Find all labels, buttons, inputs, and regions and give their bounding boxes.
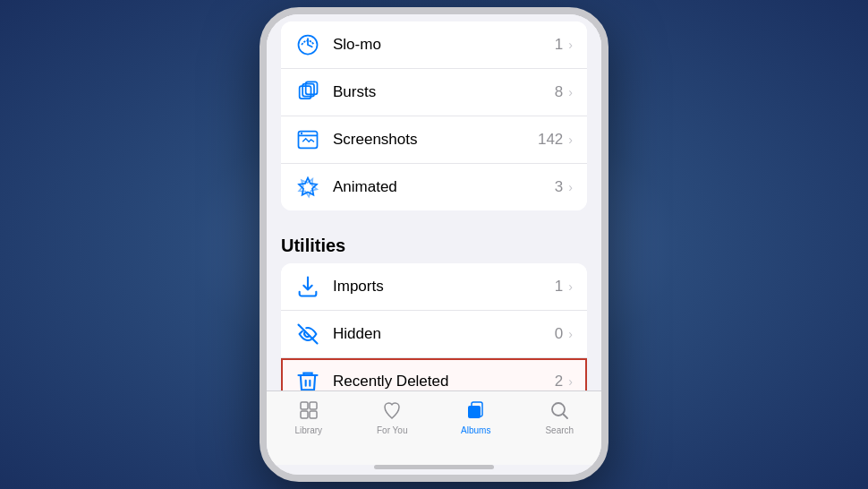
- utilities-section: Imports 1 › Hidden 0 ›: [281, 263, 587, 390]
- slomo-chevron: ›: [568, 38, 573, 52]
- bursts-label: Bursts: [333, 83, 555, 101]
- screenshots-icon: [295, 127, 320, 152]
- slomo-icon: [295, 32, 320, 57]
- bursts-icon: [295, 80, 320, 105]
- list-item[interactable]: Bursts 8 ›: [281, 69, 587, 116]
- hidden-label: Hidden: [333, 325, 555, 343]
- recently-deleted-label: Recently Deleted: [333, 373, 555, 390]
- hidden-chevron: ›: [568, 327, 573, 341]
- svg-rect-8: [301, 402, 308, 409]
- svg-rect-9: [310, 402, 317, 409]
- albums-tab-label: Albums: [461, 425, 490, 435]
- scroll-area: Slo-mo 1 › Bursts 8 ›: [267, 14, 601, 390]
- utilities-section-header: Utilities: [267, 225, 601, 263]
- hidden-count: 0: [555, 325, 563, 343]
- recently-deleted-count: 2: [555, 373, 563, 390]
- svg-rect-12: [468, 406, 481, 418]
- animated-count: 3: [555, 178, 563, 196]
- bursts-count: 8: [555, 83, 563, 101]
- trash-icon: [295, 369, 320, 390]
- animated-chevron: ›: [568, 180, 573, 194]
- screenshots-chevron: ›: [568, 133, 573, 147]
- library-icon: [297, 399, 320, 422]
- imports-icon: [295, 274, 320, 299]
- tab-for-you[interactable]: For You: [351, 399, 435, 435]
- svg-point-5: [301, 133, 302, 134]
- screenshots-count: 142: [538, 131, 563, 149]
- imports-chevron: ›: [568, 279, 573, 294]
- foryou-tab-label: For You: [377, 425, 407, 435]
- list-item[interactable]: Screenshots 142 ›: [281, 116, 587, 164]
- hidden-list-item[interactable]: Hidden 0 ›: [281, 311, 587, 358]
- list-item[interactable]: Slo-mo 1 ›: [281, 21, 587, 69]
- animated-label: Animated: [333, 178, 555, 196]
- svg-rect-10: [301, 411, 308, 418]
- imports-list-item[interactable]: Imports 1 ›: [281, 263, 587, 311]
- recently-deleted-list-item[interactable]: Recently Deleted 2 ›: [281, 358, 587, 390]
- screen-content: Slo-mo 1 › Bursts 8 ›: [267, 14, 601, 475]
- slomo-label: Slo-mo: [333, 36, 555, 54]
- tab-bar: Library For You Albums: [267, 390, 601, 465]
- search-icon: [548, 399, 571, 422]
- foryou-icon: [380, 399, 404, 422]
- tab-library[interactable]: Library: [267, 399, 351, 435]
- imports-count: 1: [555, 278, 563, 296]
- animated-icon: [295, 175, 320, 200]
- list-item[interactable]: Animated 3 ›: [281, 164, 587, 210]
- tab-search[interactable]: Search: [518, 399, 602, 435]
- phone-frame: Slo-mo 1 › Bursts 8 ›: [260, 7, 608, 482]
- albums-icon: [464, 399, 488, 422]
- home-indicator: [374, 465, 494, 469]
- imports-label: Imports: [333, 278, 555, 296]
- recently-deleted-chevron: ›: [568, 374, 573, 389]
- media-types-section: Slo-mo 1 › Bursts 8 ›: [281, 21, 587, 210]
- svg-rect-11: [310, 411, 317, 418]
- slomo-count: 1: [555, 36, 563, 54]
- search-tab-label: Search: [545, 425, 574, 435]
- tab-albums[interactable]: Albums: [434, 399, 518, 435]
- bursts-chevron: ›: [568, 85, 573, 99]
- hidden-icon: [295, 322, 320, 347]
- screenshots-label: Screenshots: [333, 131, 538, 149]
- library-tab-label: Library: [294, 425, 322, 435]
